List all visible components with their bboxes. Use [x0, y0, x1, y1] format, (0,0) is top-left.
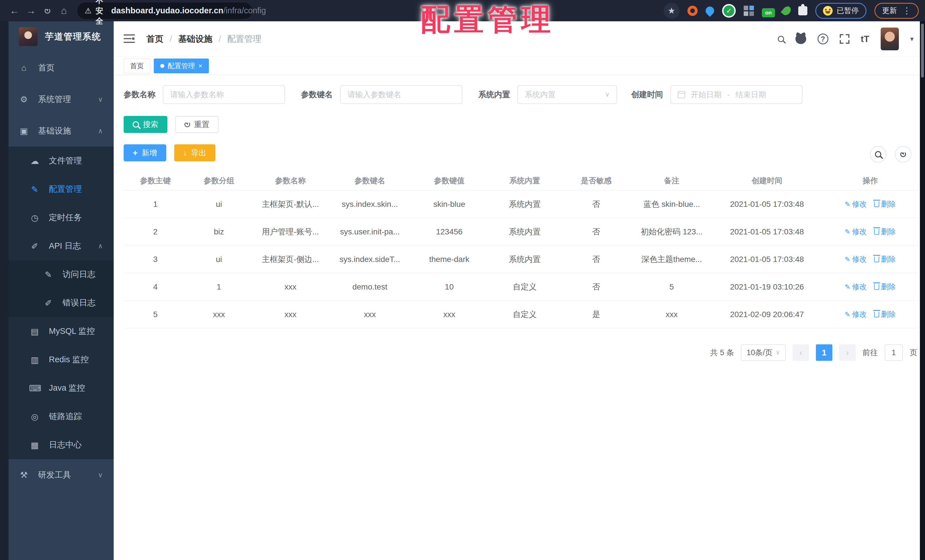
extension-green-check-icon[interactable] [722, 4, 736, 18]
search-icon[interactable] [778, 36, 784, 42]
cell: 4 [124, 273, 187, 301]
sidebar-item-dev-tools[interactable]: ⚒ 研发工具 ∨ [9, 459, 114, 491]
extensions-puzzle-icon[interactable] [798, 6, 807, 15]
close-icon[interactable]: × [198, 63, 202, 69]
total-count: 共 5 条 [710, 348, 734, 358]
edit-link[interactable]: 修改 [845, 227, 867, 237]
address-bar[interactable]: ⚠ 不安全 dashboard.yudao.iocoder.cn/infra/c… [77, 3, 252, 19]
sidebar-collapse-icon[interactable] [124, 35, 135, 44]
cell: sys.index.sideT... [330, 245, 410, 273]
font-size-icon[interactable]: tT [861, 34, 869, 44]
avatar-caret-icon[interactable]: ▾ [910, 35, 914, 43]
help-icon[interactable] [818, 33, 829, 44]
back-icon[interactable]: ← [6, 3, 23, 19]
sidebar-item-mysql-monitor[interactable]: ▤ MySQL 监控 [9, 317, 114, 345]
reload-icon[interactable] [39, 3, 56, 19]
extension-grid-icon[interactable] [744, 6, 754, 16]
add-button[interactable]: 新增 [124, 145, 166, 161]
edit-link[interactable]: 修改 [845, 199, 867, 209]
paused-extension-pill[interactable]: 已暂停 [815, 3, 866, 19]
param-key-input[interactable]: 请输入参数键名 [340, 85, 462, 104]
sidebar-item-label: 定时任务 [49, 212, 82, 223]
sidebar-item-label: 错误日志 [63, 297, 95, 309]
sidebar-item-error-log[interactable]: ✐ 错误日志 [9, 289, 114, 317]
edit-link[interactable]: 修改 [845, 254, 867, 264]
browser-menu-icon[interactable]: ⋮ [902, 6, 911, 16]
search-actions-row: 搜索 重置 [124, 116, 918, 133]
browser-update-button[interactable]: 更新 ⋮ [874, 3, 919, 19]
tab-config[interactable]: 配置管理 × [154, 59, 209, 73]
delete-link[interactable]: 删除 [874, 254, 896, 264]
extension-pin-icon[interactable] [704, 5, 716, 17]
cell: 系统内置 [489, 218, 561, 245]
page-size-select[interactable]: 10条/页 ∨ [741, 344, 786, 361]
delete-link[interactable]: 删除 [874, 199, 896, 209]
op-label: 删除 [881, 199, 896, 209]
window-scrollbar[interactable] [920, 21, 925, 560]
page-title-overlay: 配置管理 [420, 0, 555, 40]
cell: 2021-01-05 17:03:48 [711, 245, 823, 273]
cell: 2021-01-05 17:03:48 [711, 190, 823, 218]
column-header: 备注 [632, 171, 712, 190]
cell: 初始化密码 123... [632, 218, 712, 245]
cell: sys.user.init-pa... [330, 218, 410, 245]
edit-icon: ✐ [43, 298, 54, 308]
edit-link[interactable]: 修改 [845, 309, 867, 319]
param-name-input[interactable]: 请输入参数名称 [163, 85, 285, 104]
delete-link[interactable]: 删除 [874, 309, 896, 319]
breadcrumb-infra[interactable]: 基础设施 [178, 33, 212, 45]
tab-home[interactable]: 首页 [124, 59, 150, 73]
fullscreen-icon[interactable] [840, 34, 850, 44]
toggle-search-button[interactable] [870, 146, 886, 163]
breadcrumb-home[interactable]: 首页 [146, 33, 163, 45]
edit-link[interactable]: 修改 [845, 282, 867, 292]
extension-leaf-icon[interactable] [780, 5, 792, 17]
extension-orange-icon[interactable] [687, 6, 698, 16]
question-glyph [818, 33, 829, 44]
sidebar-item-cron-job[interactable]: ◷ 定时任务 [9, 203, 114, 232]
cell: 系统内置 [489, 245, 561, 273]
sidebar-item-java-monitor[interactable]: ⌨ Java 监控 [9, 374, 114, 402]
page-1-button[interactable]: 1 [816, 344, 832, 361]
forward-icon[interactable]: → [23, 3, 39, 19]
bookmark-star-icon[interactable]: ★ [664, 3, 679, 19]
chevron-down-icon: ∨ [98, 471, 103, 479]
trash-icon [874, 229, 879, 235]
cell: 主框架页-侧边... [251, 245, 330, 273]
filter-form: 参数名称 请输入参数名称 参数键名 请输入参数键名 系统内置 系统内置 ∨ 创建… [124, 85, 918, 104]
sidebar-item-trace[interactable]: ◎ 链路追踪 [9, 402, 114, 431]
user-avatar[interactable] [881, 27, 899, 50]
sidebar-item-redis-monitor[interactable]: ▥ Redis 监控 [9, 345, 114, 374]
sidebar-item-api-log[interactable]: ✐ API 日志 ∧ [9, 232, 114, 260]
delete-link[interactable]: 删除 [874, 227, 896, 237]
date-range-picker[interactable]: 开始日期 - 结束日期 [670, 85, 803, 104]
tools-icon: ⚒ [18, 470, 30, 480]
extension-on-badge-icon[interactable] [762, 8, 775, 17]
sidebar-item-file-manage[interactable]: ☁ 文件管理 [9, 147, 114, 175]
home-icon[interactable]: ⌂ [56, 3, 72, 19]
sidebar-item-home[interactable]: ⌂ 首页 [9, 52, 114, 84]
security-label[interactable]: 不安全 [95, 0, 103, 26]
cell: 5 [124, 301, 187, 328]
sidebar-item-label: 首页 [38, 62, 54, 74]
sidebar-item-log-center[interactable]: ▦ 日志中心 [9, 431, 114, 459]
sidebar-item-access-log[interactable]: ✎ 访问日志 [9, 260, 114, 289]
table-actions-row: 新增 导出 [124, 145, 918, 161]
sidebar-item-config-manage[interactable]: ✎ 配置管理 [9, 175, 114, 203]
export-button[interactable]: 导出 [174, 145, 215, 161]
search-button[interactable]: 搜索 [124, 116, 167, 133]
github-glyph [795, 34, 806, 44]
system-builtin-select[interactable]: 系统内置 ∨ [517, 85, 617, 104]
sidebar-item-system[interactable]: ⚙ 系统管理 ∨ [9, 84, 114, 115]
table-row: 5xxxxxxxxxxxx自定义是xxx2021-02-09 20:06:47 … [124, 301, 918, 328]
goto-page-input[interactable]: 1 [885, 344, 903, 361]
delete-link[interactable]: 删除 [874, 282, 896, 292]
github-icon[interactable] [795, 34, 806, 44]
scrollbar-thumb[interactable] [921, 24, 924, 78]
sidebar-item-infra[interactable]: ▣ 基础设施 ∧ [9, 115, 114, 147]
sidebar-item-label: Redis 监控 [49, 354, 89, 365]
refresh-table-button[interactable] [895, 146, 911, 163]
prev-page-button[interactable]: ‹ [792, 344, 809, 361]
reset-button[interactable]: 重置 [175, 116, 218, 133]
next-page-button[interactable]: › [839, 344, 856, 361]
